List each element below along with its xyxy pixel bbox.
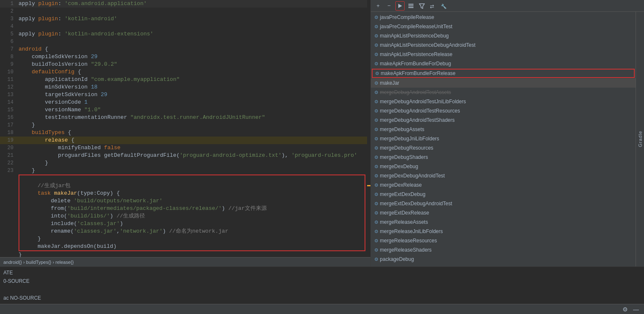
code-line: task makeJar(type:Copy) {: [19, 190, 365, 197]
gradle-item-mergeReleaseShaders[interactable]: ⚙ mergeReleaseShaders: [371, 245, 636, 255]
status-line-1: ATE: [3, 268, 641, 277]
code-content[interactable]: 1apply plugin: 'com.android.application'…: [0, 0, 367, 257]
toolbar-filter-btn[interactable]: [417, 1, 427, 11]
svg-text:🔧: 🔧: [441, 3, 447, 9]
gradle-item-mergeReleaseJniLibFolders[interactable]: ⚙ mergeReleaseJniLibFolders: [371, 227, 636, 236]
gradle-item-mergeDebugShaders[interactable]: ⚙ mergeDebugShaders: [371, 153, 636, 162]
gradle-header: + − ⇄ 🔧: [371, 0, 644, 12]
gear-icon: ⚙: [374, 43, 378, 48]
code-line: }: [0, 251, 367, 257]
code-line: 10 defaultConfig {: [0, 68, 367, 76]
gradle-item-javaPreCompileReleaseUnitTest[interactable]: ⚙ javaPreCompileReleaseUnitTest: [371, 22, 636, 31]
svg-rect-2: [408, 5, 413, 6]
svg-rect-3: [408, 7, 413, 8]
gear-icon: ⚙: [374, 238, 378, 244]
code-line: 12 minSdkVersion 18: [0, 83, 367, 91]
toolbar-run-btn[interactable]: [395, 1, 405, 11]
code-line: rename('classes.jar','network.jar') //命名…: [19, 228, 365, 235]
status-line-3: [3, 285, 641, 294]
gradle-item-mergeDebugAndroidTestShaders[interactable]: ⚙ mergeDebugAndroidTestShaders: [371, 115, 636, 125]
gear-icon: ⚙: [374, 81, 378, 86]
gear-icon: ⚙: [374, 52, 378, 57]
code-line: 4: [0, 23, 367, 30]
toolbar-settings-btn[interactable]: 🔧: [439, 1, 448, 11]
gradle-item-mergeReleaseAssets[interactable]: ⚙ mergeReleaseAssets: [371, 217, 636, 227]
status-line-2: 0-SOURCE: [3, 277, 641, 285]
code-line: 22 }: [0, 159, 367, 167]
gradle-item-mergeExtDexDebugAndroidTest[interactable]: ⚙ mergeExtDexDebugAndroidTest: [371, 199, 636, 208]
code-line: 8 compileSdkVersion 29: [0, 53, 367, 61]
gradle-item-mergeDebugAssets[interactable]: ⚙ mergeDebugAssets: [371, 125, 636, 134]
gradle-item-makeApkFromBundleForDebug[interactable]: ⚙ makeApkFromBundleForDebug: [371, 59, 636, 68]
code-editor: 1apply plugin: 'com.android.application'…: [0, 0, 371, 266]
code-line: makeJar.dependsOn(build): [19, 243, 365, 251]
gear-icon: ⚙: [374, 136, 378, 142]
gear-icon: ⚙: [374, 108, 378, 114]
gradle-item-mergeDexDebugAndroidTest[interactable]: ⚙ mergeDexDebugAndroidTest: [371, 171, 636, 180]
gear-icon: ⚙: [374, 257, 378, 262]
code-line: include('classes.jar'): [19, 220, 365, 228]
code-line: 20 minifyEnabled false: [0, 144, 367, 152]
gear-icon: ⚙: [374, 99, 378, 105]
gradle-item-mergeDebugAndroidTestResources[interactable]: ⚙ mergeDebugAndroidTestResources: [371, 106, 636, 115]
scroll-indicator: [367, 185, 370, 186]
gradle-item-mergeDebugJniLibFolders[interactable]: ⚙ mergeDebugJniLibFolders: [371, 134, 636, 143]
gear-icon: ⚙: [374, 33, 378, 39]
toolbar-list-btn[interactable]: [406, 1, 416, 11]
gradle-item-mergeDebugResources[interactable]: ⚙ mergeDebugResources: [371, 143, 636, 153]
settings-btn[interactable]: ⚙: [620, 305, 630, 314]
toolbar-add-btn[interactable]: +: [373, 1, 383, 11]
code-line: into('build/libs/') //生成路径: [19, 212, 365, 220]
gradle-item-mergeDebugAndroidTestJniLibFolders[interactable]: ⚙ mergeDebugAndroidTestJniLibFolders: [371, 97, 636, 106]
gradle-item-mergeExtDexRelease[interactable]: ⚙ mergeExtDexRelease: [371, 208, 636, 217]
minimize-btn[interactable]: —: [631, 305, 641, 314]
code-line: 16 testInstrumentationRunner "androidx.t…: [0, 114, 367, 121]
toolbar-sync-btn[interactable]: ⇄: [428, 1, 437, 11]
gear-icon: ⚙: [374, 247, 378, 253]
gear-icon: ⚙: [374, 210, 378, 216]
gear-icon: ⚙: [374, 15, 378, 20]
code-line: 14 versionCode 1: [0, 99, 367, 106]
code-line: [19, 174, 365, 182]
code-line: }: [19, 235, 365, 243]
gear-icon: ⚙: [374, 182, 378, 188]
gradle-item-mergeDexDebug[interactable]: ⚙ mergeDexDebug: [371, 162, 636, 171]
toolbar-remove-btn[interactable]: −: [384, 1, 394, 11]
svg-text:⇄: ⇄: [430, 3, 434, 9]
gear-icon: ⚙: [374, 173, 378, 179]
gradle-item-mainApkListPersistenceDebugAndroidTest[interactable]: ⚙ mainApkListPersistenceDebugAndroidTest: [371, 40, 636, 50]
gradle-side-label: Gradle: [638, 131, 643, 147]
gradle-item-mergeExtDexDebug[interactable]: ⚙ mergeExtDexDebug: [371, 190, 636, 199]
status-line-4: ac NO-SOURCE: [3, 294, 641, 302]
svg-rect-1: [408, 4, 413, 5]
gradle-item-packageDebug[interactable]: ⚙ packageDebug: [371, 255, 636, 264]
code-line: 18 buildTypes {: [0, 129, 367, 137]
main-area: 1apply plugin: 'com.android.application'…: [0, 0, 644, 266]
code-line: 9 buildToolsVersion "29.0.2": [0, 61, 367, 68]
gradle-task-list[interactable]: ⚙ javaPreCompileRelease ⚙ javaPreCompile…: [371, 12, 636, 266]
status-bar-settings: ⚙ —: [620, 305, 641, 314]
gradle-item-mergeDexRelease[interactable]: ⚙ mergeDexRelease: [371, 180, 636, 190]
gradle-item-makeApkFromBundleForRelease[interactable]: ⚙ makeApkFromBundleForRelease: [372, 69, 635, 78]
gear-icon: ⚙: [374, 164, 378, 169]
gradle-item-mainApkListPersistenceDebug[interactable]: ⚙ mainApkListPersistenceDebug: [371, 31, 636, 40]
code-line: 6: [0, 38, 367, 46]
gear-icon: ⚙: [374, 229, 378, 234]
gear-icon: ⚙: [375, 71, 379, 76]
gradle-item-mergeDebugAndroidTestAssets[interactable]: ⚙ mergeDebugAndroidTestAssets: [371, 88, 636, 97]
gradle-item-javaPreCompileRelease[interactable]: ⚙ javaPreCompileRelease: [371, 13, 636, 22]
bottom-panel: ATE 0-SOURCE ac NO-SOURCE: [0, 266, 644, 304]
code-line: 13 targetSdkVersion 29: [0, 91, 367, 99]
gradle-side-tab[interactable]: Gradle: [636, 12, 644, 266]
svg-marker-0: [398, 4, 402, 8]
gradle-panel: + − ⇄ 🔧: [371, 0, 644, 266]
gradle-item-makeJar[interactable]: ⚙ makeJar: [371, 78, 636, 88]
status-bar: ⚙ —: [0, 304, 644, 314]
gradle-item-mergeReleaseResources[interactable]: ⚙ mergeReleaseResources: [371, 236, 636, 245]
code-line: delete 'build/outputs/network.jar': [19, 197, 365, 205]
gear-icon: ⚙: [374, 90, 378, 95]
code-line: 7android {: [0, 46, 367, 53]
gear-icon: ⚙: [374, 61, 378, 67]
code-line: 1apply plugin: 'com.android.application': [0, 0, 367, 8]
gradle-item-mainApkListPersistenceRelease[interactable]: ⚙ mainApkListPersistenceRelease: [371, 50, 636, 59]
